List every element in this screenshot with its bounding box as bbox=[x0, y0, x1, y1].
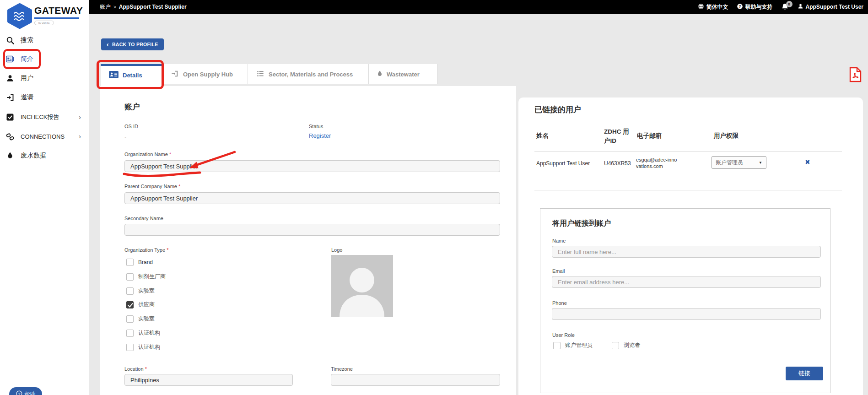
checkbox[interactable] bbox=[553, 342, 561, 349]
checkbox[interactable] bbox=[612, 342, 619, 349]
checkbox-label: 浏览者 bbox=[624, 341, 640, 349]
parent-company-name-input[interactable] bbox=[124, 192, 500, 204]
incheck-report-icon bbox=[5, 113, 15, 122]
tab-bar: Details Open Supply Hub Sector, Material… bbox=[101, 64, 437, 84]
language-label: 简体中文 bbox=[706, 3, 728, 11]
help-support[interactable]: ? 帮助与支持 bbox=[737, 3, 773, 11]
sidebar: GATEWAY by ZDHC 搜索 简介 用户 邀请 bbox=[0, 0, 89, 395]
divider bbox=[534, 190, 842, 190]
status-register-link[interactable]: Register bbox=[309, 132, 331, 139]
checkbox-label: Brand bbox=[138, 259, 153, 265]
secondary-name-label: Secondary Name bbox=[124, 216, 163, 221]
checkbox[interactable] bbox=[126, 259, 134, 266]
sidebar-item-wastewater-data[interactable]: 废水数据 bbox=[5, 149, 84, 162]
pdf-icon[interactable] bbox=[849, 67, 862, 84]
checkbox[interactable] bbox=[126, 330, 134, 337]
checkbox[interactable] bbox=[126, 287, 134, 295]
timezone-label: Timezone bbox=[331, 366, 353, 372]
org-type-option-certifier: 认证机构 bbox=[126, 329, 160, 337]
breadcrumb: 账户 > AppSupport Test Supplier bbox=[100, 3, 187, 11]
tab-open-supply-hub[interactable]: Open Supply Hub bbox=[162, 64, 248, 84]
full-name-input[interactable] bbox=[552, 246, 821, 258]
list-icon bbox=[256, 70, 264, 79]
name-label: Name bbox=[552, 238, 566, 243]
tab-details[interactable]: Details bbox=[101, 64, 162, 84]
brand-underline bbox=[34, 17, 79, 19]
back-to-profile-button[interactable]: ‹ BACK TO PROFILE bbox=[101, 38, 164, 50]
tab-wastewater[interactable]: Wastewater bbox=[369, 64, 437, 84]
phone-input[interactable] bbox=[552, 308, 821, 320]
svg-text:?: ? bbox=[18, 391, 20, 395]
organization-name-label: Organization Name * bbox=[124, 152, 171, 157]
language-switcher[interactable]: 简体中文 bbox=[698, 3, 728, 11]
checkbox[interactable] bbox=[126, 315, 134, 323]
link-button[interactable]: 链接 bbox=[786, 367, 823, 380]
topbar-actions: 简体中文 ? 帮助与支持 0 AppSupport Test User bbox=[698, 0, 863, 14]
back-chevron-icon: ‹ bbox=[107, 41, 109, 48]
divider bbox=[534, 122, 842, 122]
tab-sector-materials-process[interactable]: Sector, Materials and Process bbox=[248, 64, 369, 84]
phone-label: Phone bbox=[552, 300, 567, 306]
user-menu[interactable]: AppSupport Test User bbox=[798, 3, 863, 11]
role-option-viewer: 浏览者 bbox=[612, 341, 640, 349]
location-label: Location * bbox=[124, 366, 147, 372]
role-option-account-admin: 账户管理员 bbox=[553, 341, 593, 349]
required-asterisk: * bbox=[167, 247, 168, 253]
timezone-input[interactable] bbox=[331, 374, 500, 386]
back-button-label: BACK TO PROFILE bbox=[112, 42, 158, 47]
col-header-email: 电子邮箱 bbox=[637, 132, 662, 140]
chevron-right-icon: › bbox=[79, 114, 81, 121]
notifications-button[interactable]: 0 bbox=[781, 3, 789, 11]
checkbox-checked[interactable] bbox=[126, 301, 134, 308]
checkbox-label: 制剂生厂商 bbox=[138, 273, 166, 281]
selected-role: 账户管理员 bbox=[716, 159, 743, 167]
sidebar-item-users[interactable]: 用户 bbox=[5, 72, 84, 85]
email-input[interactable] bbox=[552, 276, 821, 288]
required-asterisk: * bbox=[169, 152, 171, 157]
checkbox-label: 账户管理员 bbox=[565, 341, 593, 349]
sidebar-item-incheck-reports[interactable]: INCHECK报告 › bbox=[5, 111, 84, 124]
required-asterisk: * bbox=[145, 366, 147, 372]
globe-icon bbox=[698, 3, 704, 11]
org-type-option-laboratory: 实验室 bbox=[126, 287, 155, 295]
account-details-panel: 账户 OS ID - Status Register Organization … bbox=[100, 86, 516, 395]
organization-type-label: Organization Type * bbox=[124, 247, 168, 253]
location-input[interactable] bbox=[124, 374, 293, 386]
col-header-name: 姓名 bbox=[536, 132, 549, 140]
org-type-option-brand: Brand bbox=[126, 259, 153, 266]
search-icon bbox=[5, 36, 15, 45]
required-asterisk: * bbox=[178, 184, 180, 189]
logo-placeholder bbox=[331, 255, 393, 317]
tab-label: Open Supply Hub bbox=[183, 71, 233, 78]
remove-user-icon[interactable]: ✖ bbox=[805, 158, 810, 166]
checkbox-label: 实验室 bbox=[138, 315, 155, 323]
sidebar-item-profile[interactable]: 简介 bbox=[5, 53, 84, 65]
parent-company-name-label: Parent Company Name * bbox=[124, 184, 180, 189]
organization-name-input[interactable] bbox=[124, 160, 500, 172]
breadcrumb-root[interactable]: 账户 bbox=[100, 3, 111, 11]
sidebar-item-search[interactable]: 搜索 bbox=[5, 34, 84, 47]
profile-icon bbox=[5, 54, 15, 64]
help-fab-button[interactable]: ? 帮助 bbox=[9, 387, 42, 395]
sidebar-item-label: CONNECTIONS bbox=[21, 133, 65, 140]
brand-name: GATEWAY bbox=[34, 5, 83, 16]
users-icon bbox=[5, 74, 15, 83]
tab-label: Details bbox=[123, 72, 142, 79]
user-role-dropdown[interactable]: 账户管理员 ▼ bbox=[712, 156, 766, 169]
col-header-role: 用户权限 bbox=[714, 132, 739, 140]
cell-user-name: AppSupport Test User bbox=[536, 160, 590, 167]
linked-users-title: 已链接的用户 bbox=[534, 104, 581, 115]
tab-label: Sector, Materials and Process bbox=[269, 71, 353, 78]
checkbox-label: 认证机构 bbox=[138, 329, 160, 337]
sign-in-icon bbox=[171, 70, 179, 79]
sidebar-item-connections[interactable]: CONNECTIONS › bbox=[5, 130, 84, 143]
account-section-title: 账户 bbox=[124, 102, 140, 112]
sidebar-item-invitations[interactable]: 邀请 bbox=[5, 91, 84, 104]
user-icon bbox=[798, 3, 803, 11]
id-card-icon bbox=[109, 71, 119, 80]
secondary-name-input[interactable] bbox=[124, 224, 500, 236]
checkbox[interactable] bbox=[126, 273, 134, 281]
status-label: Status bbox=[309, 124, 323, 129]
org-type-option-formulator: 制剂生厂商 bbox=[126, 273, 166, 281]
checkbox[interactable] bbox=[126, 344, 134, 351]
